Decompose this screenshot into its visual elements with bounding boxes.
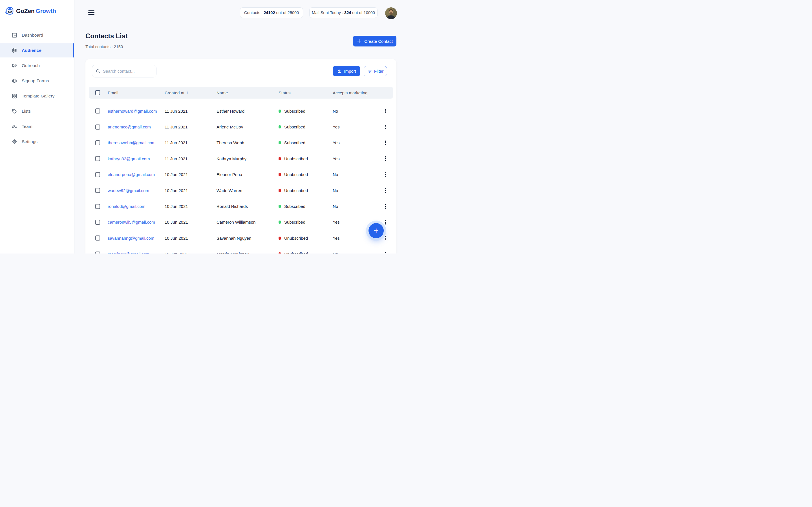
contact-created-date: 11 Jun 2021 bbox=[165, 109, 216, 114]
row-menu-button[interactable] bbox=[383, 124, 388, 130]
table-body: estherhoward@gmail.com 11 Jun 2021 Esthe… bbox=[89, 103, 393, 253]
status-dot bbox=[278, 237, 281, 240]
sidebar-item-dashboard[interactable]: Dashboard bbox=[0, 28, 74, 42]
contact-email-link[interactable]: cameronwil5@gmail.com bbox=[108, 220, 165, 224]
contact-email-link[interactable]: ronaldd@gmail.com bbox=[108, 204, 165, 209]
contact-email-link[interactable]: theresawebb@gmail.com bbox=[108, 140, 165, 145]
contact-status: Subscribed bbox=[278, 124, 333, 129]
sidebar-item-outreach[interactable]: Outreach bbox=[0, 59, 74, 73]
status-dot bbox=[278, 157, 281, 160]
contacts-table-card: Import Filter Email Created at↑ Name Sta… bbox=[86, 59, 396, 253]
accepts-marketing-value: No bbox=[333, 109, 378, 114]
contact-email-link[interactable]: estherhoward@gmail.com bbox=[108, 109, 165, 114]
sidebar-item-settings[interactable]: Settings bbox=[0, 135, 74, 149]
table-header-row: Email Created at↑ Name Status Accepts ma… bbox=[89, 87, 393, 99]
row-checkbox[interactable] bbox=[95, 124, 100, 129]
contact-created-date: 11 Jun 2021 bbox=[165, 124, 216, 129]
contact-name: Eleanor Pena bbox=[216, 172, 278, 177]
contact-status: Unubscribed bbox=[278, 251, 333, 253]
row-checkbox[interactable] bbox=[95, 108, 100, 114]
import-button[interactable]: Import bbox=[333, 66, 360, 76]
contact-created-date: 11 Jun 2021 bbox=[165, 140, 216, 145]
gear-icon bbox=[11, 139, 17, 145]
sidebar-item-lists[interactable]: Lists bbox=[0, 104, 74, 118]
dashboard-icon bbox=[11, 33, 17, 38]
mail-quota-chip: Mail Sent Today : 324 out of 10000 bbox=[309, 7, 377, 18]
megaphone-icon bbox=[11, 63, 17, 68]
user-avatar[interactable] bbox=[385, 7, 397, 19]
sidebar-item-label: Team bbox=[22, 124, 33, 129]
tag-icon bbox=[11, 108, 17, 114]
row-checkbox[interactable] bbox=[95, 220, 100, 225]
status-dot bbox=[278, 110, 281, 113]
sidebar-item-audience[interactable]: Audience bbox=[0, 43, 74, 57]
contact-created-date: 10 Jun 2021 bbox=[165, 220, 216, 224]
table-row: wadew92@gmail.com 10 Jun 2021 Wade Warre… bbox=[89, 182, 393, 198]
floating-add-contact-button[interactable]: + bbox=[368, 223, 384, 238]
table-row: savannahng@gmail.com 10 Jun 2021 Savanna… bbox=[89, 230, 393, 246]
column-header-accepts-marketing: Accepts marketing bbox=[333, 91, 378, 95]
contact-email-link[interactable]: arlenemcc@gmail.com bbox=[108, 124, 165, 129]
row-menu-button[interactable] bbox=[383, 139, 388, 146]
row-menu-button[interactable] bbox=[383, 155, 388, 162]
accepts-marketing-value: Yes bbox=[333, 220, 378, 224]
sidebar-nav: Dashboard Audience Outreach bbox=[0, 28, 74, 150]
contact-email-link[interactable]: kathryn32@gmail.com bbox=[108, 156, 165, 161]
column-header-status: Status bbox=[278, 91, 333, 95]
row-checkbox[interactable] bbox=[95, 251, 100, 253]
accepts-marketing-value: Yes bbox=[333, 140, 378, 145]
table-row: cameronwil5@gmail.com 10 Jun 2021 Camero… bbox=[89, 214, 393, 230]
column-header-name: Name bbox=[216, 91, 278, 95]
sidebar-item-team[interactable]: Team bbox=[0, 119, 74, 133]
menu-toggle-button[interactable] bbox=[88, 10, 94, 15]
accepts-marketing-value: Yes bbox=[333, 156, 378, 161]
row-menu-button[interactable] bbox=[383, 219, 388, 226]
row-menu-button[interactable] bbox=[383, 235, 388, 241]
sidebar: GoZenGrowth Dashboard Audience bbox=[0, 0, 74, 253]
status-dot bbox=[278, 252, 281, 253]
search-input[interactable] bbox=[103, 69, 159, 73]
brand-name: GoZenGrowth bbox=[16, 8, 56, 14]
sidebar-item-label: Signup Forms bbox=[22, 78, 49, 83]
table-row: eleanorpena@gmail.com 10 Jun 2021 Eleano… bbox=[89, 167, 393, 182]
filter-button[interactable]: Filter bbox=[364, 66, 387, 76]
status-label: Unubscribed bbox=[284, 188, 308, 193]
contact-email-link[interactable]: wadew92@gmail.com bbox=[108, 188, 165, 193]
status-dot bbox=[278, 125, 281, 128]
contact-name: Kathryn Murphy bbox=[216, 156, 278, 161]
row-checkbox[interactable] bbox=[95, 188, 100, 193]
column-header-created-at[interactable]: Created at↑ bbox=[165, 90, 216, 95]
sidebar-item-signup-forms[interactable]: Signup Forms bbox=[0, 74, 74, 88]
search-contact-box bbox=[92, 65, 156, 77]
contacts-quota-value: 24102 bbox=[264, 10, 275, 15]
table-row: theresawebb@gmail.com 11 Jun 2021 Theres… bbox=[89, 135, 393, 151]
contact-created-date: 10 Jun 2021 bbox=[165, 188, 216, 193]
contact-email-link[interactable]: savannahng@gmail.com bbox=[108, 236, 165, 240]
sidebar-item-label: Settings bbox=[22, 139, 38, 144]
search-icon bbox=[96, 69, 100, 73]
table-row: marvinmc@gmail.com 10 Jun 2021 Marvin Mc… bbox=[89, 246, 393, 253]
row-menu-button[interactable] bbox=[383, 203, 388, 210]
table-row: kathryn32@gmail.com 11 Jun 2021 Kathryn … bbox=[89, 151, 393, 166]
row-menu-button[interactable] bbox=[383, 251, 388, 253]
row-checkbox[interactable] bbox=[95, 140, 100, 145]
row-checkbox[interactable] bbox=[95, 172, 100, 177]
status-dot bbox=[278, 141, 281, 144]
row-checkbox[interactable] bbox=[95, 235, 100, 240]
sidebar-item-template-gallery[interactable]: Template Gallery bbox=[0, 89, 74, 103]
create-contact-button[interactable]: Create Contact bbox=[353, 36, 396, 47]
page-title: Contacts List bbox=[86, 32, 128, 40]
sidebar-item-label: Outreach bbox=[22, 63, 40, 68]
row-checkbox[interactable] bbox=[95, 204, 100, 209]
row-menu-button[interactable] bbox=[383, 187, 388, 194]
contact-created-date: 10 Jun 2021 bbox=[165, 236, 216, 240]
row-menu-button[interactable] bbox=[383, 108, 388, 114]
select-all-checkbox[interactable] bbox=[95, 90, 100, 95]
row-menu-button[interactable] bbox=[383, 171, 388, 178]
app-logo[interactable]: GoZenGrowth bbox=[5, 7, 56, 15]
row-checkbox[interactable] bbox=[95, 156, 100, 161]
status-label: Subscribed bbox=[284, 140, 305, 145]
audience-icon bbox=[11, 48, 17, 53]
contact-email-link[interactable]: marvinmc@gmail.com bbox=[108, 251, 165, 253]
contact-email-link[interactable]: eleanorpena@gmail.com bbox=[108, 172, 165, 177]
